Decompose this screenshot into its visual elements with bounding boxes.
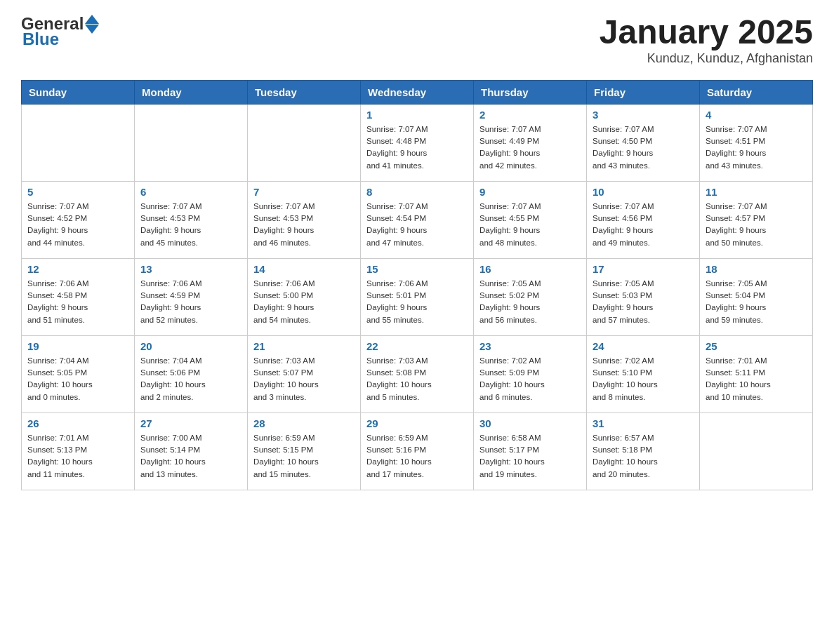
- table-row: 4Sunrise: 7:07 AM Sunset: 4:51 PM Daylig…: [700, 104, 813, 181]
- cell-date: 19: [27, 340, 128, 352]
- cell-info: Sunrise: 7:03 AM Sunset: 5:07 PM Dayligh…: [253, 355, 355, 403]
- cell-info: Sunrise: 7:01 AM Sunset: 5:11 PM Dayligh…: [706, 355, 807, 403]
- cell-date: 22: [366, 340, 468, 352]
- calendar-header-row: SundayMondayTuesdayWednesdayThursdayFrid…: [22, 80, 813, 104]
- table-row: 10Sunrise: 7:07 AM Sunset: 4:56 PM Dayli…: [587, 181, 700, 258]
- table-row: 28Sunrise: 6:59 AM Sunset: 5:15 PM Dayli…: [248, 412, 361, 490]
- table-row: 2Sunrise: 7:07 AM Sunset: 4:49 PM Daylig…: [474, 104, 587, 181]
- table-row: 8Sunrise: 7:07 AM Sunset: 4:54 PM Daylig…: [361, 181, 474, 258]
- cell-date: 7: [253, 186, 355, 198]
- cell-info: Sunrise: 7:07 AM Sunset: 4:48 PM Dayligh…: [366, 123, 468, 172]
- cell-info: Sunrise: 7:07 AM Sunset: 4:52 PM Dayligh…: [27, 201, 128, 249]
- table-row: 18Sunrise: 7:05 AM Sunset: 5:04 PM Dayli…: [700, 258, 813, 335]
- table-row: 14Sunrise: 7:06 AM Sunset: 5:00 PM Dayli…: [248, 258, 361, 335]
- table-row: [700, 412, 813, 490]
- cell-date: 27: [140, 417, 241, 429]
- cell-date: 10: [593, 186, 694, 198]
- cell-date: 23: [479, 340, 581, 352]
- table-row: 25Sunrise: 7:01 AM Sunset: 5:11 PM Dayli…: [700, 335, 813, 412]
- day-header-monday: Monday: [135, 80, 248, 104]
- cell-info: Sunrise: 7:06 AM Sunset: 4:59 PM Dayligh…: [140, 278, 241, 326]
- cell-date: 6: [140, 186, 241, 198]
- page-header: General Blue January 2025 Kunduz, Kunduz…: [21, 14, 813, 66]
- day-header-sunday: Sunday: [22, 80, 135, 104]
- calendar-week-row: 5Sunrise: 7:07 AM Sunset: 4:52 PM Daylig…: [22, 181, 813, 258]
- cell-date: 25: [706, 340, 807, 352]
- table-row: 22Sunrise: 7:03 AM Sunset: 5:08 PM Dayli…: [361, 335, 474, 412]
- cell-date: 26: [27, 417, 128, 429]
- cell-date: 3: [593, 109, 694, 121]
- cell-info: Sunrise: 6:59 AM Sunset: 5:15 PM Dayligh…: [253, 432, 355, 481]
- table-row: 20Sunrise: 7:04 AM Sunset: 5:06 PM Dayli…: [135, 335, 248, 412]
- cell-info: Sunrise: 7:04 AM Sunset: 5:05 PM Dayligh…: [27, 355, 128, 403]
- logo-blue-text: Blue: [22, 29, 100, 49]
- cell-info: Sunrise: 7:03 AM Sunset: 5:08 PM Dayligh…: [366, 355, 468, 403]
- table-row: 19Sunrise: 7:04 AM Sunset: 5:05 PM Dayli…: [22, 335, 135, 412]
- day-header-tuesday: Tuesday: [248, 80, 361, 104]
- cell-info: Sunrise: 7:07 AM Sunset: 4:49 PM Dayligh…: [479, 123, 581, 172]
- day-header-saturday: Saturday: [700, 80, 813, 104]
- cell-date: 5: [27, 186, 128, 198]
- cell-info: Sunrise: 7:07 AM Sunset: 4:57 PM Dayligh…: [706, 201, 807, 249]
- cell-date: 13: [140, 263, 241, 275]
- table-row: 13Sunrise: 7:06 AM Sunset: 4:59 PM Dayli…: [135, 258, 248, 335]
- cell-info: Sunrise: 7:07 AM Sunset: 4:53 PM Dayligh…: [253, 201, 355, 249]
- cell-date: 18: [706, 263, 807, 275]
- cell-info: Sunrise: 7:07 AM Sunset: 4:55 PM Dayligh…: [479, 201, 581, 249]
- table-row: 12Sunrise: 7:06 AM Sunset: 4:58 PM Dayli…: [22, 258, 135, 335]
- cell-date: 24: [593, 340, 694, 352]
- table-row: 11Sunrise: 7:07 AM Sunset: 4:57 PM Dayli…: [700, 181, 813, 258]
- cell-date: 28: [253, 417, 355, 429]
- title-block: January 2025 Kunduz, Kunduz, Afghanistan: [600, 14, 813, 66]
- cell-info: Sunrise: 6:58 AM Sunset: 5:17 PM Dayligh…: [479, 432, 581, 481]
- cell-info: Sunrise: 7:04 AM Sunset: 5:06 PM Dayligh…: [140, 355, 241, 403]
- calendar-week-row: 26Sunrise: 7:01 AM Sunset: 5:13 PM Dayli…: [22, 412, 813, 490]
- table-row: [248, 104, 361, 181]
- cell-date: 31: [593, 417, 694, 429]
- table-row: [22, 104, 135, 181]
- table-row: 7Sunrise: 7:07 AM Sunset: 4:53 PM Daylig…: [248, 181, 361, 258]
- cell-date: 30: [479, 417, 581, 429]
- cell-info: Sunrise: 7:06 AM Sunset: 5:01 PM Dayligh…: [366, 278, 468, 326]
- cell-date: 1: [366, 109, 468, 121]
- table-row: 5Sunrise: 7:07 AM Sunset: 4:52 PM Daylig…: [22, 181, 135, 258]
- cell-info: Sunrise: 7:01 AM Sunset: 5:13 PM Dayligh…: [27, 432, 128, 481]
- table-row: 9Sunrise: 7:07 AM Sunset: 4:55 PM Daylig…: [474, 181, 587, 258]
- cell-date: 20: [140, 340, 241, 352]
- table-row: 27Sunrise: 7:00 AM Sunset: 5:14 PM Dayli…: [135, 412, 248, 490]
- calendar-week-row: 19Sunrise: 7:04 AM Sunset: 5:05 PM Dayli…: [22, 335, 813, 412]
- calendar-week-row: 1Sunrise: 7:07 AM Sunset: 4:48 PM Daylig…: [22, 104, 813, 181]
- cell-info: Sunrise: 7:07 AM Sunset: 4:51 PM Dayligh…: [706, 123, 807, 172]
- cell-date: 4: [706, 109, 807, 121]
- table-row: 24Sunrise: 7:02 AM Sunset: 5:10 PM Dayli…: [587, 335, 700, 412]
- table-row: 6Sunrise: 7:07 AM Sunset: 4:53 PM Daylig…: [135, 181, 248, 258]
- cell-info: Sunrise: 7:00 AM Sunset: 5:14 PM Dayligh…: [140, 432, 241, 481]
- day-header-friday: Friday: [587, 80, 700, 104]
- table-row: 3Sunrise: 7:07 AM Sunset: 4:50 PM Daylig…: [587, 104, 700, 181]
- cell-info: Sunrise: 7:07 AM Sunset: 4:54 PM Dayligh…: [366, 201, 468, 249]
- cell-info: Sunrise: 7:05 AM Sunset: 5:03 PM Dayligh…: [593, 278, 694, 326]
- calendar-subtitle: Kunduz, Kunduz, Afghanistan: [600, 51, 813, 66]
- table-row: 21Sunrise: 7:03 AM Sunset: 5:07 PM Dayli…: [248, 335, 361, 412]
- table-row: 26Sunrise: 7:01 AM Sunset: 5:13 PM Dayli…: [22, 412, 135, 490]
- cell-date: 2: [479, 109, 581, 121]
- calendar-week-row: 12Sunrise: 7:06 AM Sunset: 4:58 PM Dayli…: [22, 258, 813, 335]
- cell-date: 16: [479, 263, 581, 275]
- cell-date: 17: [593, 263, 694, 275]
- cell-info: Sunrise: 7:06 AM Sunset: 5:00 PM Dayligh…: [253, 278, 355, 326]
- table-row: 31Sunrise: 6:57 AM Sunset: 5:18 PM Dayli…: [587, 412, 700, 490]
- cell-date: 8: [366, 186, 468, 198]
- table-row: 16Sunrise: 7:05 AM Sunset: 5:02 PM Dayli…: [474, 258, 587, 335]
- cell-info: Sunrise: 7:06 AM Sunset: 4:58 PM Dayligh…: [27, 278, 128, 326]
- cell-date: 11: [706, 186, 807, 198]
- cell-info: Sunrise: 7:02 AM Sunset: 5:09 PM Dayligh…: [479, 355, 581, 403]
- cell-info: Sunrise: 7:05 AM Sunset: 5:04 PM Dayligh…: [706, 278, 807, 326]
- table-row: 1Sunrise: 7:07 AM Sunset: 4:48 PM Daylig…: [361, 104, 474, 181]
- cell-info: Sunrise: 7:07 AM Sunset: 4:53 PM Dayligh…: [140, 201, 241, 249]
- cell-date: 15: [366, 263, 468, 275]
- cell-date: 21: [253, 340, 355, 352]
- day-header-wednesday: Wednesday: [361, 80, 474, 104]
- table-row: 30Sunrise: 6:58 AM Sunset: 5:17 PM Dayli…: [474, 412, 587, 490]
- table-row: 17Sunrise: 7:05 AM Sunset: 5:03 PM Dayli…: [587, 258, 700, 335]
- calendar-title: January 2025: [600, 14, 813, 51]
